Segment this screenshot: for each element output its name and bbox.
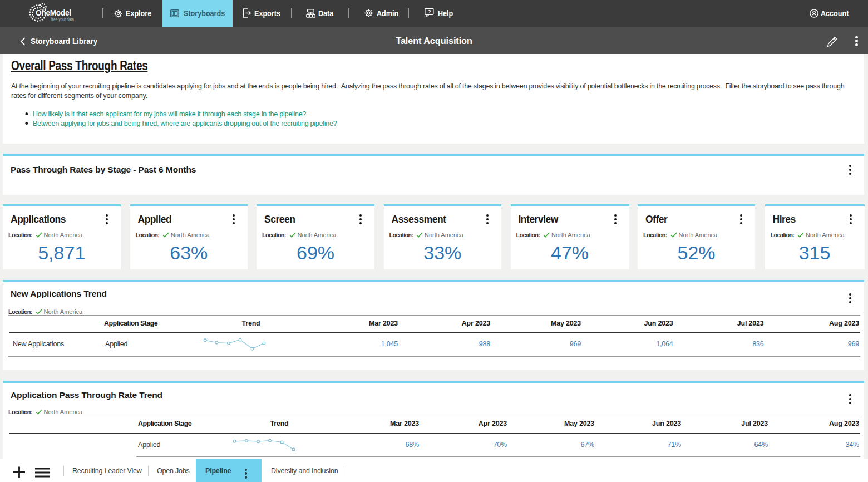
svg-text:?: ? (428, 9, 431, 14)
